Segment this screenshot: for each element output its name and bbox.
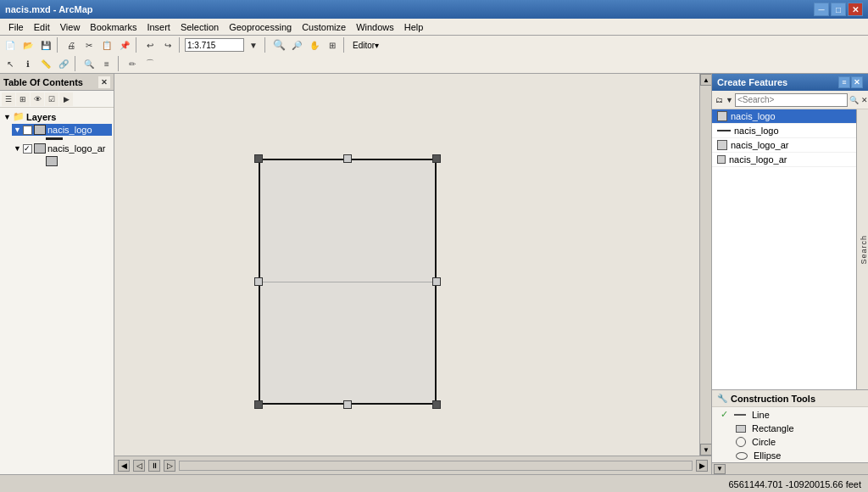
menu-view[interactable]: View	[55, 20, 86, 34]
vscroll-down-button[interactable]: ▼	[700, 444, 711, 456]
sep3	[179, 37, 182, 53]
cf-item-nacis-logo[interactable]: nacis_logo	[712, 109, 856, 124]
hscroll-right-button[interactable]: ▶	[696, 460, 708, 472]
paste-button[interactable]: 📌	[116, 37, 133, 53]
cut-button[interactable]: ✂	[81, 37, 97, 53]
reshape-tool[interactable]: ⌒	[142, 56, 159, 71]
toolbar-row-1: 📄 📂 💾 🖨 ✂ 📋 📌 ↩ ↪ ▼ 🔍 🔎 ✋ ⊞ Editor▾	[0, 36, 868, 54]
handle-mid-right[interactable]	[432, 277, 441, 286]
handle-top-center[interactable]	[343, 154, 352, 163]
go-scale-button[interactable]: ▼	[245, 37, 262, 53]
vscroll-track	[700, 86, 711, 444]
cf-item-nacis-logo-ar2[interactable]: nacis_logo_ar	[712, 153, 856, 167]
menu-help[interactable]: Help	[399, 20, 429, 34]
full-extent-button[interactable]: ⊞	[324, 37, 341, 53]
cf-item-nacis-logo-line[interactable]: nacis_logo	[712, 124, 856, 138]
cf-item-nacis-logo-ar[interactable]: nacis_logo_ar	[712, 138, 856, 153]
attributes-button[interactable]: ≡	[98, 56, 115, 71]
cf-options-button[interactable]: ≡	[838, 76, 850, 88]
map-status-bar: ◀ ◁ ⏸ ▷ ▶	[114, 456, 711, 474]
toc-vis-button[interactable]: 👁	[31, 92, 44, 106]
zoom-in-button[interactable]: 🔍	[270, 37, 287, 53]
menu-edit[interactable]: Edit	[29, 20, 55, 34]
cf-scroll-down-btn[interactable]: ▼	[714, 464, 726, 474]
layer-nacis-logo[interactable]: ▼ ✓ nacis_logo	[12, 124, 112, 136]
cf-close-button[interactable]: ✕	[851, 76, 863, 88]
map-canvas[interactable]: ▲ ▼ ◀ ◁ ⏸ ▷ ▶	[114, 74, 711, 474]
toc-list-view-button[interactable]: ☰	[2, 92, 15, 106]
toc-selection-button[interactable]: ☑	[45, 92, 58, 106]
select-tool[interactable]: ↖	[2, 56, 19, 71]
ct-icon-ellipse	[736, 452, 748, 460]
handle-bottom-right[interactable]	[432, 400, 441, 409]
new-button[interactable]: 📄	[2, 37, 19, 53]
measure-tool[interactable]: 📏	[37, 56, 54, 71]
cf-bottom-bar: ▼	[712, 462, 868, 474]
ct-item-rectangle[interactable]: Rectangle	[712, 422, 868, 435]
selected-feature[interactable]	[259, 159, 437, 405]
cf-search-input[interactable]	[735, 93, 848, 107]
hscroll-next-button[interactable]: ▷	[164, 460, 175, 472]
undo-button[interactable]: ↩	[142, 37, 159, 53]
hscroll-prev-button[interactable]: ◁	[133, 460, 145, 472]
side-tab-search-label: Search	[860, 235, 868, 265]
pan-button[interactable]: ✋	[306, 37, 323, 53]
sep7	[118, 56, 121, 71]
toc-options-button[interactable]: ▶	[59, 92, 73, 106]
find-button[interactable]: 🔍	[81, 56, 97, 71]
menu-bookmarks[interactable]: Bookmarks	[85, 20, 142, 34]
cf-item-label-nacis-logo-ar2: nacis_logo_ar	[729, 154, 787, 165]
layer-expand-icon: ▼	[14, 126, 21, 134]
hyperlink-tool[interactable]: 🔗	[55, 56, 72, 71]
construction-tools-section: 🔧 Construction Tools ✓ Line Rectangle Ci…	[712, 389, 868, 462]
hscroll-pause-button[interactable]: ⏸	[148, 460, 160, 472]
open-button[interactable]: 📂	[19, 37, 36, 53]
sketch-tool[interactable]: ✏	[124, 56, 141, 71]
layer-checkbox-nacis-logo[interactable]: ✓	[23, 126, 32, 135]
menu-geoprocessing[interactable]: Geoprocessing	[224, 20, 297, 34]
ct-item-circle[interactable]: Circle	[712, 435, 868, 449]
cf-clear-button[interactable]: ✕	[860, 93, 868, 107]
ct-title: Construction Tools	[731, 394, 815, 404]
ct-item-ellipse[interactable]: Ellipse	[712, 449, 868, 462]
layer-nacis-logo-ar[interactable]: ▼ ✓ nacis_logo_ar	[12, 143, 112, 154]
sep1	[57, 37, 60, 53]
toc-content: ▼ 📁 Layers ▼ ✓ nacis_logo ▼ ✓ nacis_logo…	[0, 108, 114, 474]
layer-checkbox-nacis-logo-ar[interactable]: ✓	[23, 144, 32, 154]
zoom-out-button[interactable]: 🔎	[288, 37, 305, 53]
close-button[interactable]: ✕	[848, 3, 863, 16]
layer-symbol-nacis-logo	[34, 125, 46, 135]
handle-bottom-left[interactable]	[254, 400, 263, 409]
hscroll-left-button[interactable]: ◀	[118, 460, 130, 472]
minimize-button[interactable]: ─	[814, 3, 829, 16]
redo-button[interactable]: ↪	[159, 37, 176, 53]
sep5	[343, 37, 347, 53]
toc-close-button[interactable]: ✕	[98, 76, 110, 88]
cf-filter-button[interactable]: ▼	[725, 93, 734, 107]
save-button[interactable]: 💾	[37, 37, 54, 53]
identify-tool[interactable]: ℹ	[19, 56, 36, 71]
scale-input[interactable]	[185, 38, 244, 52]
menu-insert[interactable]: Insert	[142, 20, 175, 34]
vscroll-up-button[interactable]: ▲	[700, 74, 711, 86]
title-bar: nacis.mxd - ArcMap ─ □ ✕	[0, 0, 868, 19]
menu-windows[interactable]: Windows	[351, 20, 399, 34]
maximize-button[interactable]: □	[831, 3, 846, 16]
cf-item-label-nacis-logo-ar: nacis_logo_ar	[731, 140, 789, 150]
print-button[interactable]: 🖨	[63, 37, 80, 53]
menu-file[interactable]: File	[3, 20, 29, 34]
copy-button[interactable]: 📋	[98, 37, 115, 53]
cf-item-label-nacis-logo: nacis_logo	[731, 111, 776, 121]
cf-search-button[interactable]: 🔍	[849, 93, 860, 107]
toc-source-button[interactable]: ⊞	[16, 92, 30, 106]
cf-organize-button[interactable]: 🗂	[715, 93, 724, 107]
hscroll-track	[179, 461, 693, 471]
handle-top-left[interactable]	[254, 154, 263, 163]
handle-top-right[interactable]	[432, 154, 441, 163]
menu-selection[interactable]: Selection	[175, 20, 224, 34]
ct-item-line[interactable]: ✓ Line	[712, 407, 868, 422]
cf-panel-title: Create Features	[717, 77, 787, 87]
handle-bottom-center[interactable]	[343, 400, 352, 409]
menu-customize[interactable]: Customize	[297, 20, 351, 34]
handle-mid-left[interactable]	[254, 277, 263, 286]
